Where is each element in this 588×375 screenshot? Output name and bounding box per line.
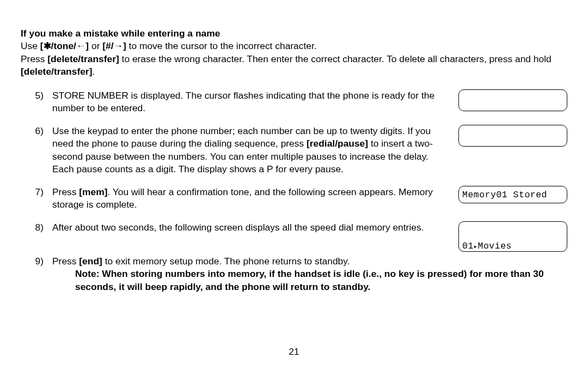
step-number: 8) [21,221,44,234]
step-5-text: STORE NUMBER is displayed. The cursor fl… [52,89,450,115]
lcd-display: Memory01 Stored [458,186,567,203]
step-text: Press [52,186,79,197]
arrow-right-icon: → [114,40,123,52]
intro-heading: If you make a mistake while entering a n… [21,27,567,40]
lcd-screen-6: Store Number 8007303456 [458,125,567,147]
indent-spacer [21,268,44,293]
step-text: . You will hear a confirmation tone, and… [52,186,433,210]
arrow-left-icon: ← [76,40,85,52]
step-7-text: Press [mem]. You will hear a confirmatio… [52,186,450,211]
lcd-screen-7: Memory01 Stored [458,186,567,203]
key-mem: [mem] [79,186,107,197]
intro-line-1: Use [✱/tone/←] or [#/→] to move the curs… [21,40,567,52]
step-8-text: After about two seconds, the following s… [52,221,450,234]
step-7-row: 7) Press [mem]. You will hear a confirma… [21,186,567,211]
note-text: Note: When storing numbers into memory, … [75,268,544,292]
intro-text: . [92,66,95,77]
step-number: 7) [21,186,44,198]
step-8-row: 8) After about two seconds, the followin… [21,221,567,252]
intro-line-2: Press [delete/transfer] to erase the wro… [21,53,567,78]
triangle-right-icon: ▸ [474,244,478,251]
manual-page: If you make a mistake while entering a n… [0,0,588,375]
step-9-note: Note: When storing numbers into memory, … [52,268,567,293]
lcd-screen-8: 01▸Movies 02 JOHN DOE 03 MOM AND DAD [458,221,567,252]
step-5-row: 5) STORE NUMBER is displayed. The cursor… [21,89,567,115]
step-9-note-row: Note: When storing numbers into memory, … [21,268,567,293]
intro-text: to move the cursor to the incorrect char… [126,40,317,51]
intro-text: Use [21,40,40,51]
lcd-line-1: 01▸Movies [462,241,564,251]
step-6-row: 6) Use the keypad to enter the phone num… [21,125,567,176]
lcd-display: 01▸Movies 02 JOHN DOE 03 MOM AND DAD [458,221,567,252]
key-text: [#/ [102,40,113,51]
step-9-text: Press [end] to exit memory setup mode. T… [52,255,567,268]
key-delete-transfer: [delete/transfer] [21,66,92,77]
key-star-tone-left: [✱/tone/←] [40,40,89,51]
intro-text: Press [21,53,47,64]
lcd-line-1: Store Number [462,111,564,111]
step-6-text: Use the keypad to enter the phone number… [52,125,450,176]
lcd-entry-name: Movies [478,241,512,251]
lcd-display: Store Number 8007303456 [458,125,567,147]
step-number: 9) [21,255,44,268]
step-number: 5) [21,89,44,102]
intro-text: to erase the wrong character. Then enter… [119,53,552,64]
key-end: [end] [79,256,102,267]
key-hash-right: [#/→] [102,40,126,51]
star-glyph: ✱ [44,40,51,51]
page-number: 21 [0,346,588,359]
step-text: to exit memory setup mode. The phone ret… [102,256,350,267]
step-number: 6) [21,125,44,137]
lcd-display: Store Number [458,89,567,111]
lcd-screen-5: Store Number [458,89,567,111]
key-redial-pause: [redial/pause] [307,138,368,149]
lcd-line-1: Memory01 Stored [462,190,547,199]
lcd-entry-num: 01 [462,241,474,251]
key-delete-transfer: [delete/transfer] [47,53,119,64]
step-text: Press [52,256,79,267]
step-9-row: 9) Press [end] to exit memory setup mode… [21,255,567,268]
lcd-line-1: Store Number [462,146,564,147]
intro-text: or [89,40,102,51]
mistake-intro: If you make a mistake while entering a n… [21,27,567,78]
key-text: /tone/ [51,40,76,51]
